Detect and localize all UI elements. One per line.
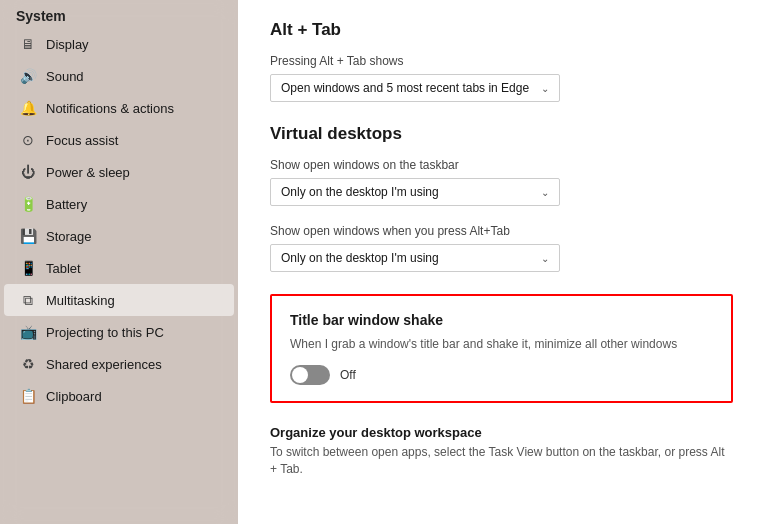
battery-icon: 🔋 xyxy=(20,196,36,212)
title-bar-toggle[interactable] xyxy=(290,365,330,385)
sidebar-label-notifications: Notifications & actions xyxy=(46,101,174,116)
alt-tab-label: Pressing Alt + Tab shows xyxy=(270,54,733,68)
taskbar-dropdown-arrow: ⌄ xyxy=(541,187,549,198)
sidebar-item-power[interactable]: ⏻ Power & sleep xyxy=(4,156,234,188)
sidebar-label-tablet: Tablet xyxy=(46,261,81,276)
organize-title: Organize your desktop workspace xyxy=(270,425,733,440)
alttab-dropdown-arrow: ⌄ xyxy=(541,253,549,264)
title-bar-shake-section: Title bar window shake When I grab a win… xyxy=(270,294,733,403)
toggle-label: Off xyxy=(340,368,356,382)
alttab-dropdown[interactable]: Only on the desktop I'm using ⌄ xyxy=(270,244,560,272)
sidebar-item-tablet[interactable]: 📱 Tablet xyxy=(4,252,234,284)
sidebar-label-storage: Storage xyxy=(46,229,92,244)
sidebar-label-shared: Shared experiences xyxy=(46,357,162,372)
alttab-dropdown-value: Only on the desktop I'm using xyxy=(281,251,439,265)
taskbar-dropdown-value: Only on the desktop I'm using xyxy=(281,185,439,199)
alt-tab-dropdown-arrow: ⌄ xyxy=(541,83,549,94)
alttab-label: Show open windows when you press Alt+Tab xyxy=(270,224,733,238)
title-bar-description: When I grab a window's title bar and sha… xyxy=(290,336,713,353)
storage-icon: 💾 xyxy=(20,228,36,244)
organize-description: To switch between open apps, select the … xyxy=(270,444,733,478)
title-bar-title: Title bar window shake xyxy=(290,312,713,328)
sidebar-label-multitasking: Multitasking xyxy=(46,293,115,308)
alt-tab-section: Alt + Tab Pressing Alt + Tab shows Open … xyxy=(270,20,733,102)
sidebar-label-sound: Sound xyxy=(46,69,84,84)
sidebar-header: System xyxy=(0,0,238,28)
virtual-desktops-section: Virtual desktops Show open windows on th… xyxy=(270,124,733,272)
sidebar-item-shared[interactable]: ♻ Shared experiences xyxy=(4,348,234,380)
sidebar-item-focus[interactable]: ⊙ Focus assist xyxy=(4,124,234,156)
power-icon: ⏻ xyxy=(20,164,36,180)
sound-icon: 🔊 xyxy=(20,68,36,84)
sidebar-label-power: Power & sleep xyxy=(46,165,130,180)
alt-tab-title: Alt + Tab xyxy=(270,20,733,40)
sidebar-item-display[interactable]: 🖥 Display xyxy=(4,28,234,60)
taskbar-dropdown[interactable]: Only on the desktop I'm using ⌄ xyxy=(270,178,560,206)
sidebar-label-projecting: Projecting to this PC xyxy=(46,325,164,340)
display-icon: 🖥 xyxy=(20,36,36,52)
sidebar-label-clipboard: Clipboard xyxy=(46,389,102,404)
taskbar-label: Show open windows on the taskbar xyxy=(270,158,733,172)
sidebar-item-sound[interactable]: 🔊 Sound xyxy=(4,60,234,92)
organize-section: Organize your desktop workspace To switc… xyxy=(270,425,733,478)
shared-icon: ♻ xyxy=(20,356,36,372)
sidebar-item-storage[interactable]: 💾 Storage xyxy=(4,220,234,252)
alt-tab-dropdown-value: Open windows and 5 most recent tabs in E… xyxy=(281,81,529,95)
clipboard-icon: 📋 xyxy=(20,388,36,404)
virtual-desktops-title: Virtual desktops xyxy=(270,124,733,144)
toggle-row: Off xyxy=(290,365,713,385)
alt-tab-dropdown[interactable]: Open windows and 5 most recent tabs in E… xyxy=(270,74,560,102)
focus-icon: ⊙ xyxy=(20,132,36,148)
sidebar-label-display: Display xyxy=(46,37,89,52)
main-content: Alt + Tab Pressing Alt + Tab shows Open … xyxy=(238,0,765,524)
sidebar-item-clipboard[interactable]: 📋 Clipboard xyxy=(4,380,234,412)
sidebar-label-focus: Focus assist xyxy=(46,133,118,148)
sidebar: System 🖥 Display 🔊 Sound 🔔 Notifications… xyxy=(0,0,238,524)
multitasking-icon: ⧉ xyxy=(20,292,36,308)
sidebar-label-battery: Battery xyxy=(46,197,87,212)
sidebar-item-multitasking[interactable]: ⧉ Multitasking xyxy=(4,284,234,316)
projecting-icon: 📺 xyxy=(20,324,36,340)
sidebar-item-projecting[interactable]: 📺 Projecting to this PC xyxy=(4,316,234,348)
sidebar-item-battery[interactable]: 🔋 Battery xyxy=(4,188,234,220)
notifications-icon: 🔔 xyxy=(20,100,36,116)
sidebar-item-notifications[interactable]: 🔔 Notifications & actions xyxy=(4,92,234,124)
tablet-icon: 📱 xyxy=(20,260,36,276)
